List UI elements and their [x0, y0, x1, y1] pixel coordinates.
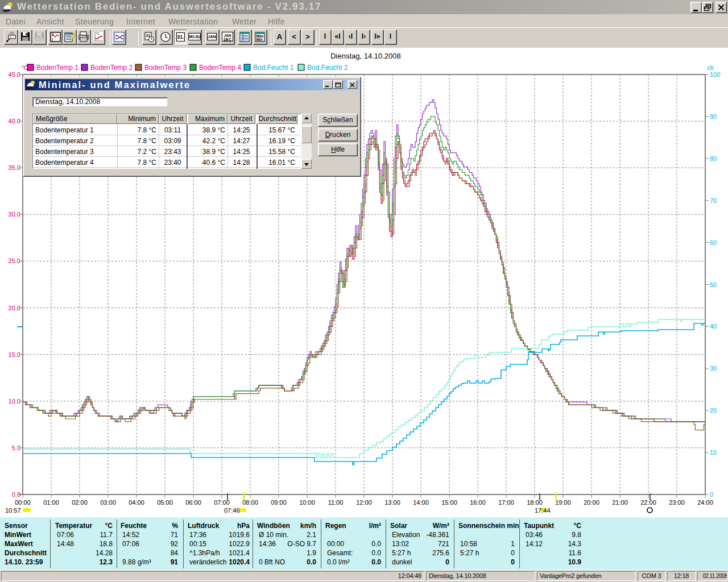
svg-text:04:00: 04:00 [129, 499, 144, 506]
svg-text:14:00: 14:00 [413, 499, 429, 506]
svg-text:07:46: 07:46 [224, 507, 240, 514]
svg-text:0.0: 0.0 [12, 491, 20, 498]
svg-text:60: 60 [710, 239, 717, 246]
svg-text:30: 30 [710, 365, 717, 372]
svg-text:16:00: 16:00 [470, 499, 486, 506]
svg-text:80: 80 [710, 155, 717, 162]
svg-text:23:00: 23:00 [669, 499, 685, 506]
svg-text:19:00: 19:00 [555, 499, 571, 506]
svg-text:100: 100 [710, 71, 720, 78]
svg-text:40: 40 [710, 323, 717, 330]
svg-text:0: 0 [710, 491, 713, 498]
svg-text:12:00: 12:00 [356, 499, 372, 506]
svg-text:40.0: 40.0 [9, 118, 20, 124]
svg-text:03:00: 03:00 [100, 499, 116, 506]
svg-text:50: 50 [710, 281, 717, 288]
svg-text:10:00: 10:00 [299, 499, 315, 506]
svg-text:05:00: 05:00 [157, 499, 173, 506]
svg-text:15.0: 15.0 [9, 351, 20, 358]
svg-text:10.0: 10.0 [9, 398, 20, 405]
svg-text:30.0: 30.0 [9, 211, 20, 218]
svg-text:10:57: 10:57 [5, 507, 21, 514]
svg-text:20: 20 [710, 407, 717, 414]
svg-text:25.0: 25.0 [9, 257, 20, 264]
svg-text:17:00: 17:00 [498, 499, 514, 506]
svg-text:90: 90 [710, 113, 717, 120]
svg-text:cb: cb [707, 64, 714, 71]
svg-text:10: 10 [710, 449, 717, 456]
svg-text:45.0: 45.0 [9, 71, 20, 78]
svg-text:00:00: 00:00 [15, 499, 31, 506]
svg-text:5.0: 5.0 [12, 444, 20, 451]
svg-text:BodenTemp 1: BodenTemp 1 [36, 64, 78, 72]
svg-text:20.0: 20.0 [9, 305, 20, 311]
svg-text:02:00: 02:00 [72, 499, 88, 506]
svg-text:01:00: 01:00 [43, 499, 59, 506]
svg-text:13:00: 13:00 [384, 499, 400, 506]
svg-text:Min: Min [257, 38, 263, 41]
svg-text:Dienstag, 14.10.2008: Dienstag, 14.10.2008 [330, 52, 401, 60]
svg-text:15:00: 15:00 [441, 499, 457, 506]
svg-text:Bod.Feucht 1: Bod.Feucht 1 [253, 64, 294, 72]
svg-text:BodenTemp 3: BodenTemp 3 [144, 64, 187, 72]
svg-text:°C: °C [96, 32, 100, 35]
svg-text:BodenTemp 2: BodenTemp 2 [90, 64, 133, 72]
svg-text:08:00: 08:00 [242, 499, 258, 506]
svg-text:35.0: 35.0 [9, 164, 20, 171]
svg-text:24:00: 24:00 [697, 499, 713, 506]
svg-text:BodenTemp 4: BodenTemp 4 [199, 64, 241, 72]
svg-text:17:44: 17:44 [535, 507, 551, 514]
svg-text:06:00: 06:00 [185, 499, 201, 506]
svg-text:Bod.Feucht 2: Bod.Feucht 2 [307, 64, 348, 72]
svg-text:09:00: 09:00 [271, 499, 287, 506]
svg-text:20:00: 20:00 [584, 499, 599, 506]
svg-text:21:00: 21:00 [612, 499, 628, 506]
svg-text:11:00: 11:00 [328, 499, 344, 506]
svg-text:70: 70 [710, 197, 717, 204]
svg-text:22:00: 22:00 [640, 499, 656, 506]
